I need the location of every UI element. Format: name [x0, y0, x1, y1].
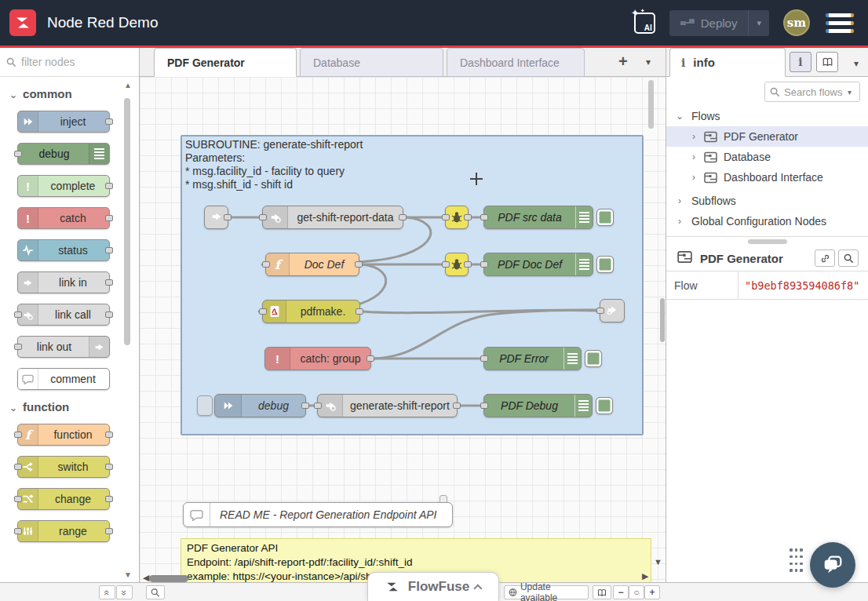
palette-filter[interactable]	[0, 48, 139, 77]
node-pdfmake[interactable]: pdfmake.	[262, 300, 360, 323]
user-avatar[interactable]: sm	[783, 9, 810, 36]
inject-button[interactable]	[197, 395, 213, 416]
view-navigator-button[interactable]	[593, 585, 611, 599]
palette-node-catch[interactable]: ! catch	[17, 207, 110, 229]
input-port[interactable]	[259, 214, 267, 220]
output-port[interactable]	[105, 528, 113, 534]
output-port[interactable]	[105, 183, 113, 189]
output-port[interactable]	[105, 279, 113, 286]
output-port[interactable]	[105, 496, 113, 502]
output-port[interactable]	[105, 311, 113, 318]
canvas-vertical-scrollbar[interactable]	[648, 80, 654, 129]
palette-collapse-all-button[interactable]: «	[99, 585, 115, 599]
tree-item-dashboard-interface[interactable]: › Dashboard Interface	[666, 167, 868, 188]
tree-item-global-config[interactable]: › Global Configuration Nodes	[666, 211, 868, 231]
node-pdf-doc-def[interactable]: PDF Doc Def	[483, 253, 593, 276]
output-port[interactable]	[105, 215, 113, 221]
input-port[interactable]	[262, 261, 270, 268]
output-port[interactable]	[105, 247, 113, 253]
output-port[interactable]	[464, 214, 472, 220]
palette-node-inject[interactable]: inject	[17, 111, 110, 133]
palette-scrollbar[interactable]	[124, 98, 130, 345]
output-port[interactable]	[355, 261, 363, 268]
palette-expand-all-button[interactable]: »	[116, 585, 133, 599]
category-common[interactable]: ⌄common	[9, 87, 139, 100]
flowfuse-button[interactable]: FlowFuse	[367, 572, 499, 601]
input-port[interactable]	[14, 496, 22, 502]
output-port[interactable]	[399, 214, 407, 220]
node-debug-breakpoint[interactable]	[445, 253, 469, 276]
node-pdf-debug[interactable]: PDF Debug	[483, 394, 593, 417]
filter-nodes-input[interactable]	[21, 56, 123, 68]
tab-list-caret[interactable]: ▾	[646, 56, 651, 67]
palette-scroll-down-icon[interactable]: ▼	[124, 570, 132, 579]
input-port[interactable]	[480, 355, 488, 362]
palette-node-debug[interactable]: debug	[17, 143, 110, 165]
input-port[interactable]	[14, 464, 22, 470]
input-port[interactable]	[14, 528, 22, 534]
ai-assistant-icon[interactable]: ✦ ✦ AI	[634, 13, 655, 34]
deploy-button[interactable]: Deploy ▾	[669, 10, 769, 36]
input-port[interactable]	[596, 308, 604, 314]
input-port[interactable]	[314, 402, 322, 409]
node-link-out-return[interactable]	[600, 299, 625, 322]
output-port[interactable]	[356, 308, 363, 315]
flow-canvas[interactable]: SUBROUTINE: generate-shift-report Parame…	[140, 77, 666, 582]
palette-node-range[interactable]: range	[17, 520, 110, 542]
input-port[interactable]	[442, 261, 450, 268]
node-generate-shift-report[interactable]: generate-shift-report	[317, 394, 458, 417]
output-port[interactable]	[453, 402, 461, 409]
zoom-in-button[interactable]: +	[644, 585, 660, 599]
debug-toggle-button[interactable]	[596, 256, 614, 273]
tab-dashboard-interface[interactable]: Dashboard Interface	[447, 48, 585, 77]
output-port[interactable]	[105, 432, 113, 438]
output-port[interactable]	[464, 261, 472, 268]
input-port[interactable]	[14, 344, 22, 350]
output-port[interactable]	[367, 355, 374, 362]
search-flow-button[interactable]	[838, 250, 859, 267]
node-pdf-src-data[interactable]: PDF src data	[483, 206, 593, 229]
search-flows-box[interactable]: ▾	[764, 82, 860, 102]
palette-scroll-up-icon[interactable]: ▲	[124, 81, 132, 89]
category-function[interactable]: ⌄function	[9, 400, 139, 413]
tree-item-database[interactable]: › Database	[666, 147, 868, 167]
palette-node-complete[interactable]: ! complete	[17, 175, 110, 197]
debug-toggle-button[interactable]	[596, 209, 614, 226]
search-options-caret[interactable]: ▾	[848, 88, 852, 97]
input-port[interactable]	[14, 432, 22, 438]
palette-node-link-out[interactable]: link out	[17, 336, 110, 358]
main-menu-icon[interactable]	[824, 10, 855, 36]
sidebar-tab-info[interactable]: i info	[669, 48, 786, 77]
node-debug-breakpoint[interactable]	[445, 206, 469, 229]
input-port[interactable]	[442, 214, 450, 220]
debug-toggle-button[interactable]	[585, 350, 602, 367]
input-port[interactable]	[259, 308, 267, 315]
update-available-button[interactable]: Update available	[504, 585, 589, 599]
node-get-shift-report-data[interactable]: get-shift-report-data	[262, 206, 403, 229]
help-book-button[interactable]	[816, 52, 838, 72]
zoom-reset-button[interactable]: ○	[629, 585, 644, 599]
input-port[interactable]	[480, 214, 488, 220]
node-catch-group[interactable]: ! catch: group	[264, 347, 371, 370]
debug-toggle-button[interactable]	[596, 397, 613, 414]
tab-database[interactable]: Database	[300, 48, 443, 77]
tree-item-flows[interactable]: ⌄ Flows	[666, 106, 868, 126]
output-port[interactable]	[224, 214, 232, 220]
input-port[interactable]	[14, 311, 22, 318]
workspace-search-button[interactable]	[146, 585, 165, 599]
add-tab-button[interactable]: +	[618, 53, 628, 71]
tree-item-pdf-generator[interactable]: › PDF Generator	[666, 126, 868, 147]
node-link-in[interactable]	[204, 206, 228, 229]
scroll-down-icon[interactable]: ▼	[654, 557, 662, 566]
deploy-options-caret[interactable]: ▾	[748, 10, 769, 36]
palette-node-function[interactable]: f function	[17, 424, 110, 446]
widget-drag-handle-icon[interactable]	[790, 548, 802, 574]
property-value[interactable]: "b9ebf893594086f8"	[739, 271, 868, 299]
splitter-handle[interactable]	[748, 239, 787, 244]
scroll-right-icon[interactable]: ▶	[642, 571, 648, 581]
node-readme-comment[interactable]: READ ME - Report Generation Endpoint API	[183, 502, 453, 527]
canvas-edge-scrollbar[interactable]	[660, 298, 665, 342]
search-flows-input[interactable]	[784, 86, 844, 98]
input-port[interactable]	[480, 261, 488, 268]
node-doc-def[interactable]: f Doc Def	[265, 253, 359, 276]
